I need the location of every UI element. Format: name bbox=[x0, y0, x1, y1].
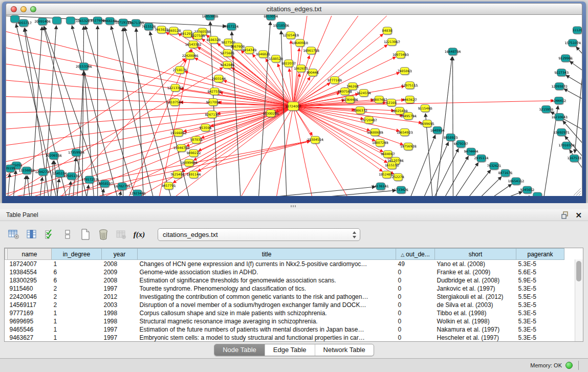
table-cell[interactable]: Franke et al. (2009) bbox=[435, 268, 516, 276]
table-row[interactable]: 969969511998Structural magnetic resonanc… bbox=[5, 317, 564, 325]
new-column-icon[interactable] bbox=[79, 228, 92, 241]
table-row[interactable]: 946554611997Estimation of the future num… bbox=[5, 325, 564, 334]
table-cell[interactable]: Investigating the contribution of common… bbox=[138, 293, 396, 301]
table-cell[interactable]: Stergiakouli et al. (2012) bbox=[435, 293, 516, 301]
maximize-window-button[interactable] bbox=[30, 6, 36, 12]
table-cell[interactable]: 1997 bbox=[102, 325, 138, 334]
graph-node[interactable]: 19384554 bbox=[307, 136, 323, 143]
graph-node[interactable]: 17957253 bbox=[81, 176, 98, 183]
graph-node[interactable]: 8822037 bbox=[281, 60, 296, 67]
graph-node[interactable]: 7986372 bbox=[353, 106, 367, 114]
graph-node[interactable]: 9457791 bbox=[162, 182, 176, 189]
graph-node[interactable]: 7632621 bbox=[487, 162, 502, 169]
tab-edge-table[interactable]: Edge Table bbox=[265, 344, 315, 356]
column-header-title[interactable]: title bbox=[138, 249, 396, 260]
table-cell[interactable]: Hescheler et al. (1997) bbox=[435, 334, 516, 342]
column-header-out_de[interactable]: △out_de... bbox=[396, 249, 435, 260]
table-cell[interactable]: de Silva et al. (2003) bbox=[435, 301, 516, 309]
table-scrollbar[interactable] bbox=[575, 259, 583, 341]
resize-grip[interactable] bbox=[574, 188, 581, 195]
graph-node[interactable]: 11156889 bbox=[18, 167, 35, 174]
graph-node[interactable]: 19958107 bbox=[97, 180, 113, 187]
column-header-short[interactable]: short bbox=[435, 249, 516, 260]
table-cell[interactable]: 2 bbox=[52, 285, 102, 293]
graph-node[interactable]: 2935114 bbox=[474, 155, 489, 162]
table-cell[interactable]: 5.3E-5 bbox=[516, 317, 564, 325]
table-cell[interactable]: 9699695 bbox=[8, 317, 52, 325]
graph-node[interactable]: 8267130 bbox=[205, 111, 220, 118]
graph-node[interactable]: 9129966 bbox=[558, 55, 573, 62]
table-cell[interactable]: 5.6E-5 bbox=[516, 268, 564, 276]
table-select[interactable]: citations_edges.txt bbox=[158, 228, 360, 241]
table-cell[interactable]: 22420046 bbox=[8, 293, 52, 301]
minimize-window-button[interactable] bbox=[20, 6, 27, 12]
table-scrollbar-thumb[interactable] bbox=[576, 261, 581, 281]
function-builder-icon[interactable]: f(x) bbox=[133, 228, 146, 241]
graph-node[interactable]: 9699695 bbox=[420, 120, 434, 127]
table-cell[interactable]: 0 bbox=[396, 268, 435, 276]
graph-node[interactable]: 9474444 bbox=[464, 148, 478, 155]
select-attributes-icon[interactable] bbox=[43, 228, 56, 241]
graph-node[interactable]: 20153346 bbox=[76, 63, 92, 70]
graph-node[interactable]: 12325419 bbox=[282, 32, 299, 39]
table-row[interactable]: 1830029562008Estimation of significance … bbox=[5, 276, 564, 285]
tab-node-table[interactable]: Node Table bbox=[214, 344, 265, 356]
table-cell[interactable]: 9463627 bbox=[8, 334, 52, 342]
graph-node[interactable]: 9463627 bbox=[403, 96, 417, 103]
table-cell[interactable]: 0 bbox=[396, 301, 435, 309]
graph-node[interactable]: 16961758 bbox=[303, 47, 319, 54]
table-cell[interactable]: 0 bbox=[396, 317, 435, 325]
graph-node[interactable]: 9115460 bbox=[418, 105, 432, 112]
graph-node[interactable]: 9860128 bbox=[167, 27, 181, 34]
table-cell[interactable]: 0 bbox=[396, 285, 435, 293]
table-row[interactable]: 1938455462009Genome-wide association stu… bbox=[5, 268, 564, 276]
graph-node[interactable]: 1691144 bbox=[187, 171, 201, 178]
table-cell[interactable]: 5.5E-5 bbox=[516, 293, 564, 301]
graph-node[interactable]: 8471676 bbox=[498, 169, 513, 177]
delete-column-icon[interactable] bbox=[97, 228, 110, 241]
graph-node[interactable]: 3624554 bbox=[357, 90, 371, 97]
graph-node[interactable]: 9227343 bbox=[554, 69, 569, 76]
table-cell[interactable]: 1 bbox=[52, 334, 102, 342]
graph-node[interactable]: 18640910 bbox=[292, 39, 308, 47]
table-row[interactable]: 1872400712008Changes of HCN gene express… bbox=[5, 260, 564, 269]
table-cell[interactable]: 0 bbox=[396, 334, 435, 342]
table-cell[interactable]: 2 bbox=[52, 301, 102, 309]
graph-node[interactable] bbox=[10, 15, 19, 23]
graph-node[interactable]: 8186328 bbox=[207, 36, 221, 43]
tab-network-table[interactable]: Network Table bbox=[315, 344, 374, 356]
table-cell[interactable]: 9465546 bbox=[8, 325, 52, 334]
table-cell[interactable]: 1 bbox=[52, 325, 102, 334]
graph-node[interactable]: 990446 bbox=[307, 69, 319, 76]
table-cell[interactable]: Wolkin et al. (1998) bbox=[435, 317, 516, 325]
table-settings-icon[interactable] bbox=[7, 228, 20, 241]
table-cell[interactable]: Dudbridge et al. (2008) bbox=[435, 276, 516, 285]
graph-node[interactable]: 953594 bbox=[200, 124, 212, 131]
table-cell[interactable]: Changes of HCN gene expression and I(f) … bbox=[138, 260, 396, 269]
table-cell[interactable]: 5.9E-5 bbox=[516, 276, 564, 285]
column-header-name[interactable]: name bbox=[8, 249, 52, 260]
close-window-button[interactable] bbox=[11, 6, 17, 12]
table-cell[interactable]: 5.3E-5 bbox=[516, 334, 564, 342]
table-cell[interactable]: 1998 bbox=[102, 317, 138, 325]
table-cell[interactable]: 5.3E-5 bbox=[516, 309, 564, 317]
table-cell[interactable]: Tibbo et al. (1998) bbox=[435, 309, 516, 317]
graph-node[interactable]: 587833 bbox=[190, 136, 203, 143]
graph-node[interactable]: 1640954 bbox=[430, 126, 445, 134]
graph-node[interactable]: 15751074 bbox=[564, 39, 581, 47]
table-row[interactable]: 946362711997Embryonic stem cells: a mode… bbox=[5, 334, 564, 342]
table-cell[interactable]: 2008 bbox=[102, 260, 138, 269]
graph-node[interactable]: 62160 bbox=[386, 99, 397, 106]
table-cell[interactable]: 2 bbox=[52, 293, 102, 301]
table-cell[interactable]: Structural magnetic resonance image aver… bbox=[138, 317, 396, 325]
table-cell[interactable]: Yano et al. (2008) bbox=[435, 260, 516, 269]
graph-node[interactable]: 7485063 bbox=[398, 68, 412, 75]
table-cell[interactable]: 5.3E-5 bbox=[516, 325, 564, 334]
table-cell[interactable]: 1998 bbox=[102, 309, 138, 317]
table-cell[interactable]: 18300295 bbox=[8, 276, 52, 285]
table-cell[interactable]: Embryonic stem cells: a model to study s… bbox=[138, 334, 396, 342]
graph-node[interactable]: 19218506 bbox=[273, 22, 289, 29]
graph-node[interactable]: 12093872 bbox=[551, 83, 568, 90]
graph-node[interactable]: 8813054 bbox=[264, 15, 278, 20]
table-cell[interactable]: Jankovic et al. (1997) bbox=[435, 285, 516, 293]
